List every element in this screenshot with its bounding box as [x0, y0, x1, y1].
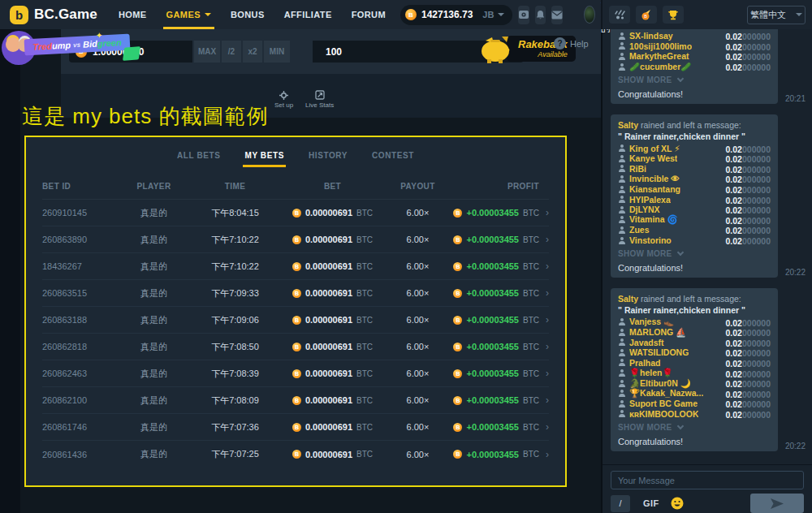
show-more-button[interactable]: SHOW MORE	[618, 249, 771, 258]
rain-message-header: Salty rained and left a message:	[618, 293, 771, 304]
nav-item-games[interactable]: GAMES	[157, 0, 221, 29]
bet-value: 0.00000691	[305, 422, 352, 432]
recipient-name[interactable]: King of XL ⚡	[629, 144, 680, 153]
recipient-name[interactable]: Pralhad	[629, 358, 661, 368]
recipient-name[interactable]: 🥒cucumber🥒	[629, 62, 691, 72]
recipient-name[interactable]: Vanjess 👞	[629, 317, 674, 327]
table-row[interactable]: 260862100真是的下午7:08:090.00000691BTC6.00×+…	[42, 387, 549, 414]
coin-icon	[453, 423, 462, 432]
rocket-pot-button[interactable]: B	[636, 6, 657, 24]
recipient-name[interactable]: Javadsft	[629, 338, 664, 347]
live-stats-button[interactable]: Live Stats	[305, 90, 334, 109]
recipient-name[interactable]: HYIPalexa	[629, 195, 671, 205]
max-button[interactable]: MAX	[194, 41, 220, 63]
recipient-name[interactable]: 🏆Kakak_Nazwa...	[629, 388, 703, 399]
messages-button[interactable]	[551, 6, 563, 24]
bet-amount: 0.00000691BTC	[278, 315, 387, 325]
tab-contest[interactable]: CONTEST	[370, 148, 416, 167]
recipient-name[interactable]: RiBi	[629, 164, 646, 174]
person-icon	[618, 390, 625, 397]
half-button[interactable]: /2	[222, 41, 241, 63]
notifications-button[interactable]	[535, 6, 546, 24]
gif-button[interactable]: GIF	[643, 498, 659, 508]
chat-toolbar: / GIF	[611, 494, 804, 513]
recipient-name[interactable]: WATSILIDONG	[629, 347, 689, 357]
coin-icon	[292, 316, 301, 325]
tab-history[interactable]: HISTORY	[307, 148, 349, 167]
tab-all-bets[interactable]: ALL BETS	[175, 148, 222, 167]
bet-unit: BTC	[356, 235, 373, 244]
double-button[interactable]: x2	[243, 41, 262, 63]
nav-item-bonus[interactable]: BONUS	[221, 0, 274, 29]
table-row[interactable]: 18436267真是的下午7:10:220.00000691BTC6.00×+0…	[42, 253, 549, 280]
chat-messages: SX-lindsay0.02000000100siji1000limo0.020…	[603, 29, 812, 464]
table-row[interactable]: 260861436真是的下午7:07:250.00000691BTC6.00×+…	[42, 441, 549, 468]
promo-banner[interactable]: TredumpvsBidgreen ✦	[0, 31, 146, 67]
recipient-name[interactable]: SX-lindsay	[629, 31, 673, 41]
table-row[interactable]: 260861746真是的下午7:07:360.00000691BTC6.00×+…	[42, 414, 549, 441]
table-row[interactable]: 260910145真是的下午8:04:150.00000691BTC6.00×+…	[42, 200, 549, 226]
recipient-name[interactable]: Kanye West	[629, 153, 677, 163]
recipient-name[interactable]: 100siji1000limo	[629, 41, 692, 51]
recipient-name[interactable]: Zues	[629, 225, 650, 235]
recipient-name[interactable]: MarkytheGreat	[629, 51, 689, 61]
tab-my-bets[interactable]: MY BETS	[243, 148, 285, 167]
nav-item-forum[interactable]: FORUM	[342, 0, 395, 29]
recipient-amount: 0.02000000	[726, 59, 771, 74]
bet-payout: 6.00×	[387, 342, 448, 351]
recipient-name[interactable]: 🌹helen🌹	[629, 368, 673, 378]
recipient-name[interactable]: DjLYNX	[629, 205, 660, 214]
bet-unit: BTC	[356, 316, 373, 325]
bet-value: 0.00000691	[305, 208, 352, 218]
person-icon	[618, 318, 625, 325]
brand-logo[interactable]: b BC.Game	[0, 6, 109, 24]
person-icon	[618, 165, 625, 172]
bet-id: 260861746	[42, 422, 115, 432]
recipient-name[interactable]: Vinstorino	[629, 235, 672, 245]
person-icon	[618, 196, 625, 203]
recipient-name[interactable]: ᴋʀKIMBOOLOOK	[629, 409, 698, 419]
brand-name: BC.Game	[34, 6, 97, 23]
recipient-name[interactable]: Kiansantang	[629, 184, 680, 194]
bet-value: 0.00000691	[305, 288, 352, 298]
profit-value: +0.00003455	[466, 208, 519, 218]
table-row[interactable]: 260862463真是的下午7:08:390.00000691BTC6.00×+…	[42, 360, 549, 387]
coin-icon	[453, 369, 462, 378]
recipient-name[interactable]: Suport BC Game	[629, 399, 698, 408]
contest-button[interactable]	[663, 6, 684, 24]
show-more-button[interactable]: SHOW MORE	[618, 75, 771, 84]
nav-item-affiliate[interactable]: AFFILIATE	[274, 0, 342, 29]
recipient-name[interactable]: MΔRLONG ⛵	[629, 327, 686, 338]
rain-button[interactable]	[609, 6, 630, 24]
nav-item-home[interactable]: HOME	[109, 0, 157, 29]
column-header-profit: PROFIT	[448, 182, 539, 191]
table-row[interactable]: 260863515真是的下午7:09:330.00000691BTC6.00×+…	[42, 280, 549, 307]
rain-sender[interactable]: Salty	[618, 120, 638, 130]
recipient-name[interactable]: Invincible 👁	[629, 174, 680, 183]
min-button[interactable]: MIN	[264, 41, 290, 63]
profit-value: +0.00003455	[466, 395, 519, 405]
bet-amount: 0.00000691BTC	[278, 288, 387, 298]
bets-table-body: 260910145真是的下午8:04:150.00000691BTC6.00×+…	[42, 200, 549, 468]
vault-button[interactable]	[518, 6, 529, 24]
balance-dropdown[interactable]: 1427136.73 JB	[400, 5, 512, 25]
recipient-name[interactable]: Vitamina 🌀	[629, 214, 678, 225]
emoji-button[interactable]	[671, 497, 684, 510]
chat-message-input[interactable]: Your Message	[611, 471, 804, 489]
rain-sender[interactable]: Salty	[618, 294, 638, 304]
rain-recipient-row: 🥒cucumber🥒0.02000000	[618, 62, 771, 72]
language-select[interactable]: 繁體中文	[747, 6, 806, 24]
slash-commands-button[interactable]: /	[611, 495, 630, 512]
show-more-button[interactable]: SHOW MORE	[618, 423, 771, 432]
help-button[interactable]: ? Help	[554, 37, 589, 50]
person-icon	[618, 53, 625, 60]
column-header-time: TIME	[192, 182, 278, 191]
bet-id: 260863890	[42, 235, 115, 244]
setup-button[interactable]: Set up	[274, 91, 293, 109]
send-button[interactable]	[750, 494, 804, 513]
table-row[interactable]: 260862818真是的下午7:08:500.00000691BTC6.00×+…	[42, 334, 549, 360]
chevron-down-icon	[676, 423, 683, 429]
recipient-name[interactable]: 🐊Eltibur0N 🌙	[629, 378, 691, 389]
table-row[interactable]: 260863188真是的下午7:09:060.00000691BTC6.00×+…	[42, 307, 549, 334]
table-row[interactable]: 260863890真是的下午7:10:220.00000691BTC6.00×+…	[42, 226, 549, 253]
